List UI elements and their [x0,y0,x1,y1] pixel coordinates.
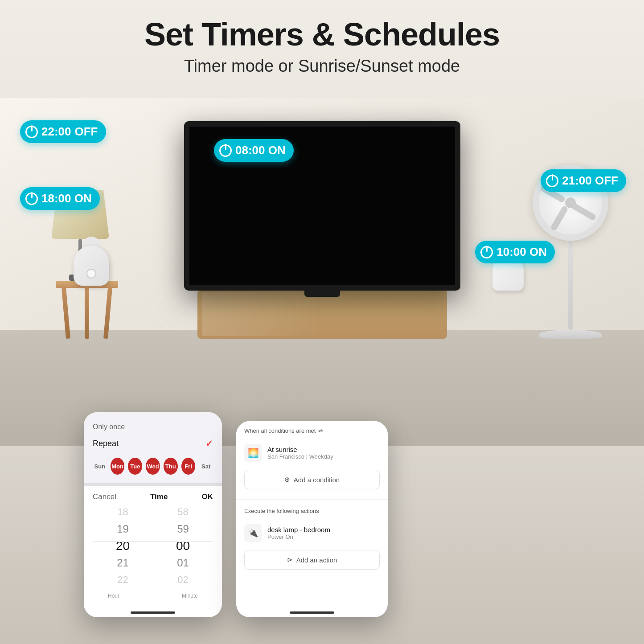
time-scroll-picker[interactable]: 18 19 20 21 22 58 59 00 01 02 [84,508,222,593]
humidifier-top [82,237,100,246]
day-sat[interactable]: Sat [199,458,213,475]
timer-badge-0800-on: 08:00 ON [214,139,294,162]
fan-pole [568,241,573,330]
add-condition-icon: ⊕ [284,476,290,484]
side-table [56,281,118,339]
timer-badge-2200-off-label: 22:00 [41,125,71,139]
minute-01: 01 [153,554,213,571]
repeat-check: ✓ [205,438,213,449]
hour-label: Hour [108,593,119,599]
fan-blade-2 [550,205,569,231]
sunrise-icon: 🌅 [244,444,262,462]
timer-badge-2100-label: 21:00 OFF [562,174,618,188]
hour-19: 19 [93,521,153,537]
power-icon-2 [219,144,232,157]
timer-badge-2200-off: 22:00 OFF [20,120,106,143]
timer-settings-top: Only once Repeat ✓ Sun Mon Tue Wed Thu F… [84,412,222,483]
tv-base [304,290,340,297]
sunrise-condition[interactable]: 🌅 At sunrise San Francisco | Weekday [244,439,380,466]
page-subtitle: Timer mode or Sunrise/Sunset mode [0,57,644,76]
header-section: Set Timers & Schedules Timer mode or Sun… [0,0,644,85]
conditions-icon: ⇌ [318,427,323,434]
cancel-button[interactable]: Cancel [93,492,116,501]
right-phone-mockup: When all conditions are met ⇌ 🌅 At sunri… [236,421,388,617]
action-sub: Power On [267,533,380,540]
time-picker-section: Cancel Time OK 18 19 20 21 22 58 59 00 0… [84,486,222,603]
phone-home-bar-left [131,611,175,614]
conditions-title: When all conditions are met ⇌ [244,427,380,434]
action-text: desk lamp - bedroom Power On [267,526,380,540]
power-icon-3 [25,193,38,205]
hour-picker[interactable]: 18 19 20 21 22 [93,508,153,588]
page-title: Set Timers & Schedules [0,17,644,52]
humidifier-button [86,269,96,279]
hour-20: 20 [93,537,153,554]
repeat-row: Repeat ✓ [93,438,213,449]
day-tue[interactable]: Tue [128,458,142,475]
ok-button[interactable]: OK [201,492,213,501]
fan-center [565,197,576,208]
tv-stand [197,290,447,339]
time-nav-row: Cancel Time OK [84,486,222,508]
power-icon-5 [480,246,493,258]
time-title: Time [150,492,168,501]
add-action-button[interactable]: ⊳ Add an action [244,550,380,570]
condition-sub: San Francisco | Weekday [267,453,380,460]
add-condition-label: Add a condition [294,476,340,484]
actions-section: Execute the following actions 🔌 desk lam… [236,501,388,578]
timer-badge-2200-off-state: OFF [75,125,98,139]
minute-picker[interactable]: 58 59 00 01 02 [153,508,213,588]
table-leg-right [103,287,112,339]
actions-title: Execute the following actions [244,508,380,514]
phone-divider [84,483,222,486]
phone-home-bar-right [290,611,334,614]
fan-base [539,330,602,339]
day-thu[interactable]: Thu [164,458,178,475]
day-wed[interactable]: Wed [146,458,160,475]
room-area: 22:00 OFF 08:00 ON 18:00 ON 21:00 OFF 10… [0,98,644,446]
condition-text: At sunrise San Francisco | Weekday [267,446,380,460]
only-once-label: Only once [93,423,213,431]
add-action-icon: ⊳ [287,556,293,564]
timer-badge-0800-label: 08:00 ON [235,144,286,157]
add-action-label: Add an action [296,556,337,564]
day-mon[interactable]: Mon [111,458,125,475]
conditions-section: When all conditions are met ⇌ 🌅 At sunri… [236,421,388,497]
days-row[interactable]: Sun Mon Tue Wed Thu Fri Sat [93,455,213,477]
left-phone-mockup: Only once Repeat ✓ Sun Mon Tue Wed Thu F… [84,412,222,617]
power-icon-1 [25,126,38,138]
minute-label: Minute [182,593,198,599]
desk-lamp-action[interactable]: 🔌 desk lamp - bedroom Power On [244,520,380,546]
minute-58: 58 [153,508,213,521]
day-fri[interactable]: Fri [181,458,196,475]
table-leg-mid [85,287,89,339]
day-sun[interactable]: Sun [93,458,107,475]
timer-badge-1000-label: 10:00 ON [496,245,547,259]
conditions-title-text: When all conditions are met [244,427,316,434]
humidifier [71,237,111,283]
hour-18: 18 [93,508,153,521]
hour-22: 22 [93,571,153,588]
minute-02: 02 [153,571,213,588]
add-condition-button[interactable]: ⊕ Add a condition [244,470,380,489]
power-icon-4 [546,175,558,187]
humidifier-body [74,246,109,286]
plug-icon: 🔌 [244,524,262,542]
hour-21: 21 [93,554,153,571]
timer-badge-1800-label: 18:00 ON [41,192,92,205]
timer-badge-2100-off: 21:00 OFF [541,169,626,192]
minute-59: 59 [153,521,213,537]
table-leg-left [62,287,70,339]
repeat-label: Repeat [93,439,119,448]
timer-badge-1000-on: 10:00 ON [475,241,555,263]
minute-00: 00 [153,537,213,554]
left-phone-content: Only once Repeat ✓ Sun Mon Tue Wed Thu F… [84,412,222,617]
condition-name: At sunrise [267,446,380,453]
section-divider [236,499,388,500]
action-name: desk lamp - bedroom [267,526,380,533]
timer-badge-1800-on: 18:00 ON [20,187,100,210]
